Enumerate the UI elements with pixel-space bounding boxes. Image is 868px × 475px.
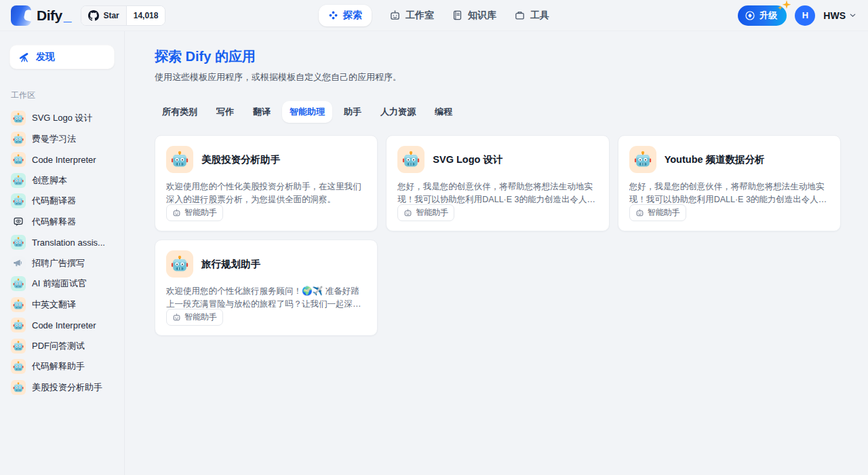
top-header: Dify _ Star 14,018 探索 工作室 知识库 工具: [0, 0, 868, 31]
github-star-count[interactable]: 14,018: [127, 6, 165, 25]
sidebar-item-cn-en-translation[interactable]: 中英文翻译: [0, 294, 124, 316]
robot-icon: [11, 297, 26, 312]
card-description: 欢迎使用您的个性化旅行服务顾问！🌍✈️ 准备好踏上一段充满冒险与放松的旅程了吗？…: [166, 285, 366, 309]
robot-icon: [11, 132, 26, 147]
nav-item-explore[interactable]: 探索: [319, 5, 372, 26]
robot-head-icon: [403, 208, 412, 217]
nav-item-knowledge[interactable]: 知识库: [452, 10, 496, 22]
card-description: 您好，我是您的创意伙伴，将帮助您将想法生动地实现！我可以协助您利用DALL·E …: [397, 180, 597, 204]
robot-icon: [11, 359, 26, 374]
card-title: 美股投资分析助手: [201, 153, 280, 166]
tab-writing[interactable]: 写作: [209, 101, 241, 123]
sidebar-discover-button[interactable]: 发现: [9, 45, 115, 69]
robot-head-icon: [172, 208, 181, 217]
robot-icon: [11, 235, 26, 250]
main-content: 探索 Dify 的应用 使用这些模板应用程序，或根据模板自定义您自己的应用程序。…: [125, 31, 868, 475]
robot-icon: [397, 146, 425, 173]
sidebar-item-code-interpreter[interactable]: Code Interpreter: [0, 149, 124, 170]
robot-icon: [11, 173, 26, 188]
github-star-label: Star: [103, 11, 119, 20]
sidebar-item-pdf-qa-test[interactable]: PDF问答测试: [0, 336, 124, 357]
dify-logo-underscore: _: [64, 7, 72, 24]
explore-icon: [328, 10, 338, 20]
github-star-widget[interactable]: Star 14,018: [81, 5, 165, 26]
workspace-app-list: SVG Logo 设计 费曼学习法 Code Interpreter 创意脚本 …: [0, 108, 124, 398]
robot-icon: [629, 146, 656, 173]
card-mode-badge: 智能助手: [166, 204, 223, 221]
card-title: Youtube 频道数据分析: [665, 153, 765, 166]
app-card-svg-logo[interactable]: SVG Logo 设计 您好，我是您的创意伙伴，将帮助您将想法生动地实现！我可以…: [386, 135, 609, 231]
app-card-grid: 美股投资分析助手 欢迎使用您的个性化美股投资分析助手，在这里我们深入的进行股票分…: [155, 135, 841, 336]
robot-icon: [11, 111, 26, 126]
robot-icon: [11, 339, 26, 354]
megaphone-icon: [11, 256, 26, 271]
chevron-down-icon: [848, 11, 857, 20]
tab-programming[interactable]: 编程: [427, 101, 460, 123]
sidebar: 发现 工作区 SVG Logo 设计 费曼学习法 Code Interprete…: [0, 31, 125, 475]
robot-icon: [11, 276, 26, 291]
nav-item-studio[interactable]: 工作室: [389, 10, 434, 22]
card-title: SVG Logo 设计: [433, 153, 502, 166]
app-card-us-stock[interactable]: 美股投资分析助手 欢迎使用您的个性化美股投资分析助手，在这里我们深入的进行股票分…: [155, 135, 378, 231]
page-title: 探索 Dify 的应用: [155, 48, 841, 66]
robot-icon: [11, 318, 26, 332]
card-description: 您好，我是您的创意伙伴，将帮助您将想法生动地实现！我可以协助您利用DALL·E …: [629, 180, 829, 204]
category-tabs: 所有类别 写作 翻译 智能助理 助手 人力资源 编程: [155, 101, 841, 123]
primary-nav: 探索 工作室 知识库 工具: [319, 5, 549, 26]
robot-head-icon: [172, 313, 181, 322]
tab-assistant[interactable]: 助手: [336, 101, 369, 123]
sidebar-item-feynman[interactable]: 费曼学习法: [0, 129, 124, 150]
sidebar-item-code-translator[interactable]: 代码翻译器: [0, 191, 124, 212]
book-icon: [452, 10, 463, 21]
robot-icon: [166, 146, 193, 173]
page-subtitle: 使用这些模板应用程序，或根据模板自定义您自己的应用程序。: [155, 71, 841, 83]
header-right: 升级 H HWS: [738, 5, 857, 26]
telescope-icon: [18, 51, 31, 63]
upgrade-button[interactable]: 升级: [738, 5, 787, 26]
sidebar-item-svg-logo-design[interactable]: SVG Logo 设计: [0, 108, 124, 129]
robot-icon: [11, 193, 26, 208]
card-mode-badge: 智能助手: [166, 309, 223, 326]
sidebar-item-code-explain-assistant[interactable]: 代码解释助手: [0, 356, 124, 377]
sidebar-item-translation-assistant[interactable]: Translation assis...: [0, 232, 124, 253]
card-mode-badge: 智能助手: [397, 204, 454, 221]
github-icon: [88, 10, 99, 21]
tab-all-categories[interactable]: 所有类别: [155, 101, 205, 123]
github-star-button[interactable]: Star: [81, 6, 126, 25]
sidebar-item-us-stock-assistant[interactable]: 美股投资分析助手: [0, 377, 124, 398]
workspace-section-label: 工作区: [11, 90, 124, 101]
tab-smart-assistant[interactable]: 智能助理: [282, 101, 332, 123]
studio-robot-icon: [389, 10, 401, 21]
tab-hr[interactable]: 人力资源: [373, 101, 423, 123]
dify-logo[interactable]: Dify _: [11, 5, 71, 26]
robot-icon: [11, 380, 26, 395]
sidebar-item-code-explainer[interactable]: 代码解释器: [0, 212, 124, 233]
app-card-travel-planner[interactable]: 旅行规划助手 欢迎使用您的个性化旅行服务顾问！🌍✈️ 准备好踏上一段充满冒险与放…: [155, 240, 378, 336]
sparkle-icon: [781, 0, 792, 10]
card-title: 旅行规划助手: [201, 258, 260, 271]
card-description: 欢迎使用您的个性化美股投资分析助手，在这里我们深入的进行股票分析，为您提供全面的…: [166, 180, 366, 204]
card-mode-badge: 智能助手: [629, 204, 686, 221]
nav-item-tools[interactable]: 工具: [514, 10, 549, 22]
dify-logo-icon: [11, 5, 31, 26]
robot-icon: [11, 152, 26, 167]
sidebar-item-recruitment-ad[interactable]: 招聘广告撰写: [0, 253, 124, 274]
app-card-youtube-analytics[interactable]: Youtube 频道数据分析 您好，我是您的创意伙伴，将帮助您将想法生动地实现！…: [618, 135, 841, 231]
robot-icon: [166, 250, 193, 278]
toolbox-icon: [514, 10, 526, 21]
robot-head-icon: [635, 208, 644, 217]
account-menu[interactable]: HWS: [823, 10, 857, 21]
sidebar-item-code-interpreter-2[interactable]: Code Interpreter: [0, 315, 124, 336]
tab-translation[interactable]: 翻译: [245, 101, 278, 123]
sidebar-item-ai-frontend-interviewer[interactable]: AI 前端面试官: [0, 273, 124, 294]
gem-icon: [745, 10, 755, 21]
avatar[interactable]: H: [795, 5, 815, 26]
dify-logo-text: Dify: [37, 7, 62, 24]
sidebar-item-creative-script[interactable]: 创意脚本: [0, 170, 124, 191]
eye-speech-bubble-icon: [11, 214, 26, 229]
